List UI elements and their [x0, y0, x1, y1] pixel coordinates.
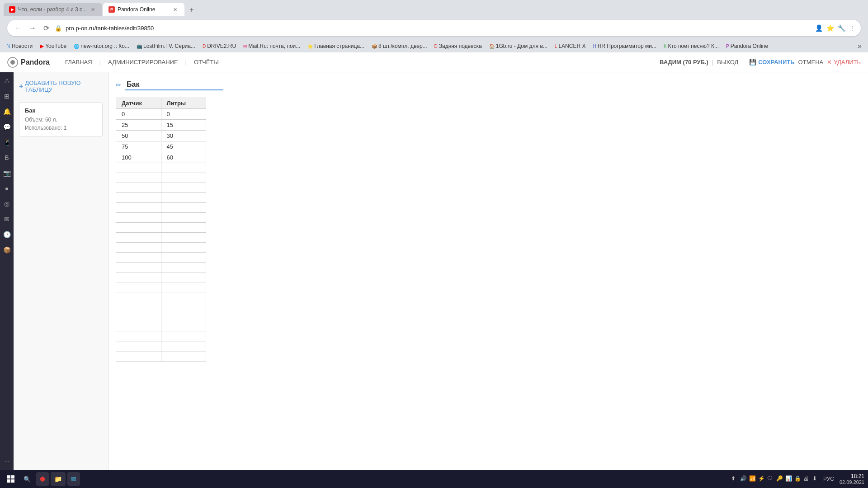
sidebar-icon-target[interactable]: ◎ [2, 199, 12, 209]
back-button[interactable]: ← [13, 23, 24, 33]
table-row[interactable] [116, 183, 206, 193]
table-cell-17-0[interactable] [116, 282, 161, 292]
table-row[interactable]: 10060 [116, 152, 206, 163]
table-row[interactable] [116, 302, 206, 312]
sidebar-icon-instagram[interactable]: 📷 [2, 168, 12, 178]
table-cell-7-0[interactable] [116, 183, 161, 193]
bookmark-glavnaya[interactable]: ⭐ Главная страница... [305, 42, 367, 50]
save-button[interactable]: 💾 СОХРАНИТЬ [749, 59, 794, 66]
bookmark-pandora-bm[interactable]: P Pandora Online [723, 42, 771, 50]
table-cell-5-1[interactable] [161, 163, 206, 173]
table-cell-23-1[interactable] [161, 342, 206, 352]
table-cell-4-0[interactable]: 100 [116, 152, 161, 163]
table-cell-18-0[interactable] [116, 292, 161, 302]
table-row[interactable] [116, 163, 206, 173]
table-row[interactable]: 00 [116, 109, 206, 120]
tray-icon-1[interactable]: ⬆ [731, 475, 738, 483]
tray-icon-7[interactable]: 📊 [785, 475, 793, 483]
nav-link-home[interactable]: ГЛАВНАЯ [61, 57, 97, 67]
table-cell-20-1[interactable] [161, 312, 206, 322]
tray-icon-4[interactable]: ⚡ [758, 475, 765, 483]
tray-icon-5[interactable]: 🛡 [767, 475, 774, 483]
table-cell-17-1[interactable] [161, 282, 206, 292]
table-cell-13-1[interactable] [161, 243, 206, 253]
table-row[interactable]: 5030 [116, 131, 206, 141]
cancel-button[interactable]: ОТМЕНА [798, 59, 824, 66]
table-row[interactable] [116, 213, 206, 223]
forward-button[interactable]: → [27, 23, 38, 33]
table-cell-22-1[interactable] [161, 332, 206, 342]
table-cell-11-0[interactable] [116, 223, 161, 233]
address-text[interactable]: pro.p-on.ru/tank-tables/edit/39850 [66, 25, 811, 32]
table-cell-6-1[interactable] [161, 173, 206, 183]
table-cell-15-0[interactable] [116, 263, 161, 272]
table-cell-1-0[interactable]: 25 [116, 120, 161, 131]
bookmark-1gb[interactable]: 🏠 1Gb.ru - Дом для в... [486, 42, 550, 50]
table-cell-13-0[interactable] [116, 243, 161, 253]
table-cell-19-0[interactable] [116, 302, 161, 312]
tab-pandora[interactable]: P Pandora Online ✕ [103, 3, 184, 16]
bookmark-rutor[interactable]: 🌐 new-rutor.org :: Ко... [71, 42, 132, 50]
table-row[interactable] [116, 352, 206, 362]
table-row[interactable]: 2515 [116, 120, 206, 131]
add-table-button[interactable]: + ДОБАВИТЬ НОВУЮ ТАБЛИЦУ [19, 78, 103, 95]
tab-youtube[interactable]: ▶ Что, если - разбор 4 и 3 с... ✕ [4, 3, 102, 16]
table-row[interactable] [116, 173, 206, 183]
nav-link-admin[interactable]: АДМИНИСТРИРОВАНИЕ [104, 57, 183, 67]
table-cell-10-1[interactable] [161, 213, 206, 223]
table-cell-5-0[interactable] [116, 163, 161, 173]
table-cell-0-0[interactable]: 0 [116, 109, 161, 120]
table-cell-8-0[interactable] [116, 193, 161, 203]
sidebar-icon-history[interactable]: 🕐 [2, 230, 12, 239]
bookmark-lancer[interactable]: L LANCER X [552, 42, 589, 50]
table-cell-15-1[interactable] [161, 263, 206, 272]
reload-button[interactable]: ⟳ [42, 23, 51, 33]
bookmarks-more-button[interactable]: » [855, 41, 864, 51]
tray-icon-9[interactable]: 🖨 [803, 475, 811, 483]
table-cell-22-0[interactable] [116, 332, 161, 342]
bookmark-kto[interactable]: K Кто поет песню? К... [661, 42, 722, 50]
bookmark-youtube[interactable]: ▶ YouTube [37, 42, 69, 50]
table-cell-7-1[interactable] [161, 183, 206, 193]
table-cell-3-1[interactable]: 45 [161, 141, 206, 152]
table-row[interactable] [116, 342, 206, 352]
bookmark-novosti[interactable]: N Новости [4, 42, 35, 50]
tray-icon-2[interactable]: 🔊 [740, 475, 747, 483]
bookmark-mail[interactable]: ✉ Mail.Ru: почта, пои... [241, 42, 303, 50]
sidebar-icon-message[interactable]: ✉ [2, 214, 12, 224]
table-row[interactable] [116, 312, 206, 322]
table-card-bak[interactable]: Бак Объем: 60 л. Использовано: 1 [19, 102, 103, 137]
tray-icon-8[interactable]: 🔒 [794, 475, 802, 483]
sidebar-icon-chat[interactable]: 💬 [2, 122, 12, 132]
profile-icon[interactable]: 👤 [815, 24, 823, 32]
taskbar-search-button[interactable]: 🔍 [20, 472, 34, 486]
sidebar-icon-phone[interactable]: 📱 [2, 137, 12, 147]
table-row[interactable] [116, 282, 206, 292]
table-cell-24-1[interactable] [161, 352, 206, 362]
table-cell-10-0[interactable] [116, 213, 161, 223]
taskbar-item-mail[interactable]: ✉ [67, 472, 80, 486]
table-row[interactable] [116, 332, 206, 342]
sidebar-icon-bell[interactable]: 🔔 [2, 107, 12, 117]
table-cell-16-0[interactable] [116, 272, 161, 282]
table-cell-18-1[interactable] [161, 292, 206, 302]
bookmark-zadnyaya[interactable]: D Задняя подвеска [432, 42, 485, 50]
tray-icon-3[interactable]: 📶 [749, 475, 756, 483]
sidebar-icon-alert[interactable]: ⚠ [2, 76, 12, 86]
menu-icon[interactable]: ⋮ [849, 24, 855, 32]
table-cell-14-0[interactable] [116, 253, 161, 263]
table-row[interactable] [116, 243, 206, 253]
table-row[interactable] [116, 272, 206, 282]
new-tab-button[interactable]: + [185, 4, 198, 16]
table-row[interactable] [116, 203, 206, 213]
table-cell-12-1[interactable] [161, 233, 206, 243]
table-row[interactable] [116, 263, 206, 272]
table-cell-4-1[interactable]: 60 [161, 152, 206, 163]
sidebar-icon-dots[interactable]: ··· [2, 456, 12, 466]
table-row[interactable] [116, 233, 206, 243]
tray-icon-10[interactable]: ⬇ [812, 475, 820, 483]
tab-close-1[interactable]: ✕ [90, 6, 97, 13]
table-row[interactable]: 7545 [116, 141, 206, 152]
taskbar-item-pandora[interactable]: ⬟ [36, 472, 49, 486]
bookmark-8sht[interactable]: 📦 8 шт./компл. двер... [369, 42, 430, 50]
